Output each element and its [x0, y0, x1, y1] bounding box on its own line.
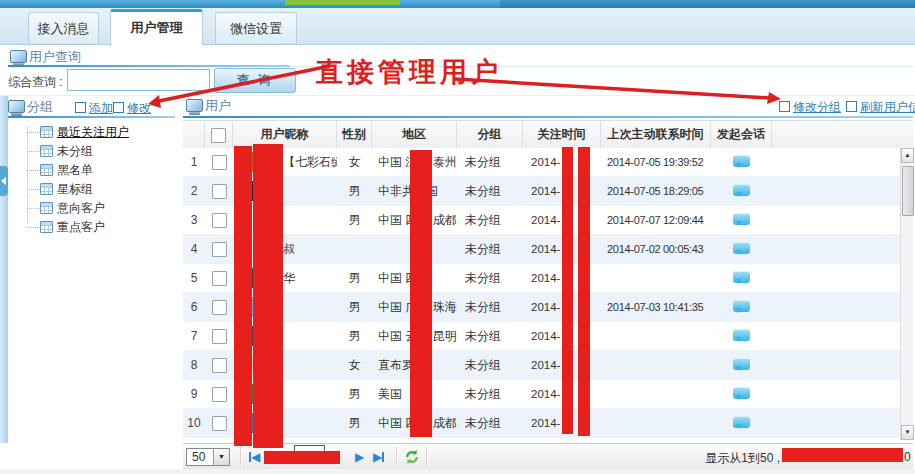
start-chat-cell [711, 235, 772, 264]
redaction-bar [264, 451, 340, 464]
table-row: 9男美国未分组2014- [183, 380, 900, 409]
row-checkbox[interactable] [212, 329, 227, 344]
row-checkbox[interactable] [212, 300, 227, 315]
vertical-scrollbar[interactable]: ▲ ▼ [900, 148, 913, 440]
table-body: 1【七彩石缘女中国 江苏 泰州未分组2014-2014-07-05 19:39:… [183, 148, 900, 443]
group-add-label: 添加 [89, 101, 113, 115]
group-tree-item[interactable]: 未分组 [8, 142, 178, 161]
group-tree-item-label: 黑名单 [57, 163, 93, 177]
start-chat-cell [711, 177, 772, 206]
row-checkbox[interactable] [212, 358, 227, 373]
select-all-checkbox[interactable] [211, 128, 226, 143]
section-underline [8, 116, 175, 118]
table-row: 6男中国 广东 珠海未分组2014-2014-07-03 10:41:35 [183, 293, 900, 322]
section-underline [183, 116, 913, 118]
group-cell: 未分组 [457, 235, 523, 264]
group-edit-link[interactable]: 修改 [113, 100, 151, 117]
row-number: 7 [183, 322, 205, 351]
last-contact-cell: 2014-07-02 00:05:43 [601, 235, 711, 264]
scrollbar-thumb[interactable] [902, 166, 914, 216]
combined-query-input[interactable] [67, 69, 210, 91]
gender-cell: 男 [337, 380, 372, 409]
header-checkbox-cell [205, 121, 233, 149]
row-number: 9 [183, 380, 205, 409]
chat-bubble-icon[interactable] [733, 184, 750, 196]
header-group: 分组 [457, 121, 523, 149]
chat-bubble-icon[interactable] [733, 213, 750, 225]
group-cell: 未分组 [457, 409, 523, 438]
refresh-icon[interactable] [404, 449, 420, 465]
app-window: 接入消息用户管理微信设置 用户查询 综合查询 : 查 询 直接管理用户 分组 添… [0, 0, 915, 474]
tab-用户管理[interactable]: 用户管理 [110, 9, 203, 46]
group-cell: 未分组 [457, 206, 523, 235]
gender-cell: 男 [337, 264, 372, 293]
group-tree-item[interactable]: 黑名单 [8, 161, 178, 180]
group-add-link[interactable]: 添加 [75, 100, 113, 117]
chat-bubble-icon[interactable] [733, 271, 750, 283]
square-icon [75, 102, 86, 113]
refresh-user-info-link[interactable]: 刷新用户信息 [846, 99, 915, 116]
grid-table-icon [40, 183, 53, 195]
group-cell: 未分组 [457, 322, 523, 351]
row-checkbox-cell [205, 177, 233, 206]
next-page-button[interactable]: ▶ [355, 449, 364, 464]
group-cell: 未分组 [457, 148, 523, 177]
row-checkbox[interactable] [212, 213, 227, 228]
page-size-value: 50 [192, 450, 205, 465]
chat-bubble-icon[interactable] [733, 242, 750, 254]
group-tree-item-label: 星标组 [57, 182, 93, 196]
chat-bubble-icon[interactable] [733, 358, 750, 370]
last-page-icon [382, 452, 384, 462]
gender-cell: 男 [337, 206, 372, 235]
grid-table-icon [40, 126, 53, 138]
modify-group-link[interactable]: 修改分组 [779, 99, 841, 116]
gender-cell: 女 [337, 148, 372, 177]
combined-query-label: 综合查询 : [8, 74, 63, 91]
group-tree-item[interactable]: 重点客户 [8, 218, 178, 237]
chat-bubble-icon[interactable] [733, 329, 750, 341]
filler-cell [772, 380, 900, 409]
row-checkbox-cell [205, 235, 233, 264]
chat-bubble-icon[interactable] [733, 300, 750, 312]
tab-接入消息[interactable]: 接入消息 [28, 12, 99, 43]
first-page-button[interactable]: ◀ [249, 449, 260, 464]
collapse-panel-handle[interactable] [0, 166, 8, 196]
group-tree-item[interactable]: 最近关注用户 [8, 123, 178, 142]
row-checkbox[interactable] [212, 242, 227, 257]
last-page-button[interactable]: ▶ [373, 449, 384, 464]
tab-微信设置[interactable]: 微信设置 [215, 12, 297, 43]
filler-cell [772, 322, 900, 351]
row-checkbox[interactable] [212, 387, 227, 402]
page-size-select[interactable]: 50 ▼ [186, 448, 230, 466]
group-edit-label: 修改 [127, 101, 151, 115]
group-tree: 最近关注用户未分组黑名单星标组意向客户重点客户 [8, 123, 178, 237]
search-button[interactable]: 查 询 [214, 68, 296, 93]
chat-bubble-icon[interactable] [733, 155, 750, 167]
redaction-bar [253, 144, 283, 448]
row-checkbox[interactable] [212, 184, 227, 199]
group-tree-item[interactable]: 意向客户 [8, 199, 178, 218]
row-checkbox[interactable] [212, 271, 227, 286]
row-checkbox-cell [205, 206, 233, 235]
tab-bar: 接入消息用户管理微信设置 [0, 8, 915, 45]
header-row-number [183, 121, 205, 149]
monitor-icon [8, 100, 25, 113]
filler-cell [772, 206, 900, 235]
group-cell: 未分组 [457, 177, 523, 206]
group-tree-item[interactable]: 星标组 [8, 180, 178, 199]
table-row: 7男中国 云南 昆明未分组2014- [183, 322, 900, 351]
row-checkbox[interactable] [212, 416, 227, 431]
scroll-down-button[interactable]: ▼ [901, 425, 914, 440]
divider-line [0, 95, 915, 96]
row-number: 4 [183, 235, 205, 264]
last-contact-cell [601, 322, 711, 351]
row-number: 10 [183, 409, 205, 438]
chat-bubble-icon[interactable] [733, 387, 750, 399]
scroll-up-button[interactable]: ▲ [901, 148, 914, 163]
grid-table-icon [40, 202, 53, 214]
row-checkbox[interactable] [212, 155, 227, 170]
section-title-groups: 分组 [27, 98, 53, 116]
separator [240, 447, 242, 466]
grid-table-icon [40, 145, 53, 157]
chat-bubble-icon[interactable] [733, 416, 750, 428]
